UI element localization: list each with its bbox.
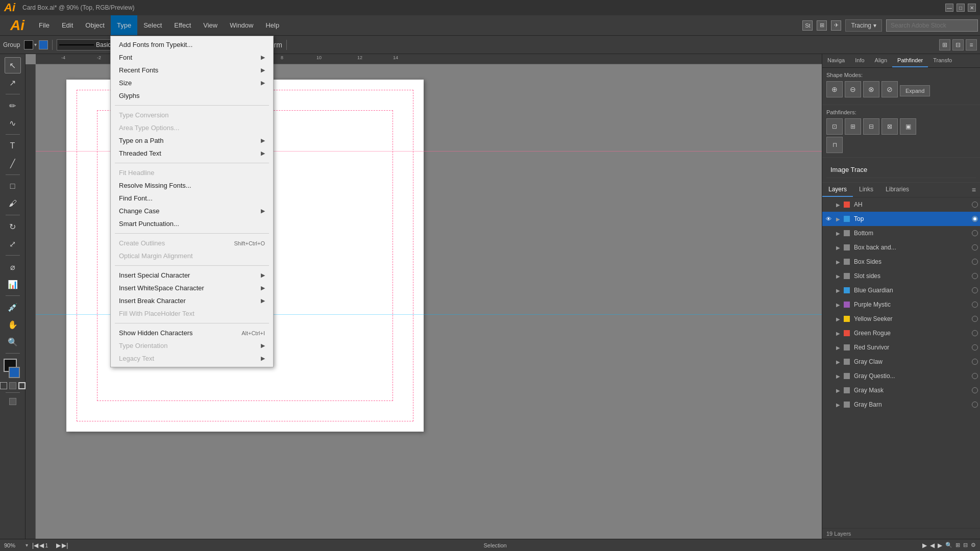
visibility-icon[interactable] bbox=[824, 300, 832, 309]
more-btn[interactable]: ≡ bbox=[966, 39, 977, 51]
background-color[interactable] bbox=[9, 367, 20, 378]
layout-icon[interactable]: ⊞ bbox=[955, 542, 960, 548]
tab-links[interactable]: Links bbox=[853, 183, 879, 197]
visibility-icon[interactable] bbox=[824, 201, 832, 209]
layer-item[interactable]: 👁 ▶ Top bbox=[822, 212, 980, 226]
type-tool[interactable]: T bbox=[5, 138, 21, 154]
menu-add-fonts[interactable]: Add Fonts from Typekit... bbox=[111, 38, 273, 51]
outline-btn[interactable]: ▣ bbox=[900, 118, 916, 135]
quick-actions-icon[interactable]: ✈ bbox=[831, 20, 841, 31]
curvature-tool[interactable]: ∿ bbox=[5, 115, 21, 131]
expand-icon[interactable]: ▶ bbox=[835, 315, 842, 322]
scroll-right-btn[interactable]: ▶ bbox=[938, 542, 942, 549]
unite-btn[interactable]: ⊕ bbox=[826, 81, 843, 97]
search-status-icon[interactable]: 🔍 bbox=[945, 542, 952, 548]
tab-layers[interactable]: Layers bbox=[822, 183, 853, 197]
scroll-left-btn[interactable]: ◀ bbox=[930, 542, 935, 549]
layer-item[interactable]: ▶ AH bbox=[822, 197, 980, 212]
rectangle-tool[interactable]: □ bbox=[5, 178, 21, 194]
visibility-icon[interactable]: 👁 bbox=[824, 215, 832, 223]
fill-dropdown-icon[interactable]: ▾ bbox=[34, 42, 37, 47]
menu-help[interactable]: Help bbox=[259, 15, 285, 35]
menu-threaded-text[interactable]: Threaded Text ▶ bbox=[111, 147, 273, 160]
visibility-icon[interactable] bbox=[824, 272, 832, 280]
layer-item[interactable]: ▶ Gray Questio... bbox=[822, 369, 980, 383]
tab-info[interactable]: Info bbox=[850, 54, 869, 67]
tab-pathfinder[interactable]: Pathfinder bbox=[892, 54, 928, 67]
layer-target[interactable] bbox=[972, 316, 978, 322]
arrange-btn[interactable]: ⊟ bbox=[952, 39, 964, 51]
menu-glyphs[interactable]: Glyphs bbox=[111, 89, 273, 102]
zoom-dropdown[interactable]: ▾ bbox=[26, 542, 28, 548]
minus-back-btn[interactable]: ⊓ bbox=[826, 137, 843, 153]
pen-tool[interactable]: ✏ bbox=[5, 97, 21, 114]
visibility-icon[interactable] bbox=[824, 358, 832, 366]
rotate-tool[interactable]: ↻ bbox=[5, 218, 21, 235]
fill-icon[interactable] bbox=[9, 382, 16, 389]
merge-btn[interactable]: ⊟ bbox=[863, 118, 879, 135]
expand-icon[interactable]: ▶ bbox=[835, 387, 842, 394]
menu-object[interactable]: Object bbox=[79, 15, 111, 35]
menu-edit[interactable]: Edit bbox=[56, 15, 79, 35]
expand-icon[interactable]: ▶ bbox=[835, 372, 842, 380]
visibility-icon[interactable] bbox=[824, 258, 832, 266]
layer-target[interactable] bbox=[972, 344, 978, 350]
layer-target[interactable] bbox=[972, 402, 978, 408]
layer-item[interactable]: ▶ Purple Mystic bbox=[822, 297, 980, 312]
visibility-icon[interactable] bbox=[824, 229, 832, 237]
layer-target[interactable] bbox=[972, 287, 978, 293]
last-page-btn[interactable]: ▶| bbox=[62, 542, 68, 549]
menu-effect[interactable]: Effect bbox=[168, 15, 197, 35]
none-icon[interactable] bbox=[0, 382, 7, 389]
expand-button[interactable]: Expand bbox=[900, 85, 930, 96]
expand-icon[interactable]: ▶ bbox=[835, 272, 842, 280]
zoom-tool[interactable]: 🔍 bbox=[5, 334, 21, 350]
menu-type-on-path[interactable]: Type on a Path ▶ bbox=[111, 134, 273, 147]
expand-icon[interactable]: ▶ bbox=[835, 330, 842, 337]
menu-show-hidden[interactable]: Show Hidden Characters Alt+Ctrl+I bbox=[111, 327, 273, 339]
layer-item[interactable]: ▶ Blue Guardian bbox=[822, 283, 980, 297]
layer-target[interactable] bbox=[972, 259, 978, 265]
menu-type[interactable]: Type bbox=[111, 15, 137, 35]
warp-tool[interactable]: ⌀ bbox=[5, 259, 21, 275]
layer-target[interactable] bbox=[972, 202, 978, 208]
minimize-button[interactable]: — bbox=[945, 4, 953, 12]
menu-resolve-missing[interactable]: Resolve Missing Fonts... bbox=[111, 179, 273, 192]
layer-target[interactable] bbox=[972, 230, 978, 236]
visibility-icon[interactable] bbox=[824, 386, 832, 394]
menu-select[interactable]: Select bbox=[137, 15, 168, 35]
page-input[interactable] bbox=[45, 542, 55, 548]
layer-item[interactable]: ▶ Gray Mask bbox=[822, 383, 980, 397]
tab-libraries[interactable]: Libraries bbox=[879, 183, 915, 197]
play-btn[interactable]: ▶ bbox=[922, 542, 927, 549]
libraries-icon[interactable]: St bbox=[802, 20, 813, 31]
visibility-icon[interactable] bbox=[824, 372, 832, 380]
visibility-icon[interactable] bbox=[824, 315, 832, 323]
select-tool[interactable]: ↖ bbox=[5, 57, 21, 73]
first-page-btn[interactable]: |◀ bbox=[32, 542, 38, 549]
screen-mode-btn[interactable] bbox=[9, 398, 16, 405]
menu-insert-special[interactable]: Insert Special Character ▶ bbox=[111, 269, 273, 282]
layers-options-btn[interactable]: ≡ bbox=[968, 183, 980, 197]
layer-item[interactable]: ▶ Red Survivor bbox=[822, 340, 980, 355]
menu-insert-whitespace[interactable]: Insert WhiteSpace Character ▶ bbox=[111, 282, 273, 294]
menu-file[interactable]: File bbox=[33, 15, 56, 35]
menu-find-font[interactable]: Find Font... bbox=[111, 192, 273, 205]
visibility-icon[interactable] bbox=[824, 343, 832, 352]
fill-color[interactable] bbox=[24, 40, 33, 49]
expand-icon[interactable]: ▶ bbox=[835, 287, 842, 294]
maximize-button[interactable]: □ bbox=[957, 4, 965, 12]
layer-item[interactable]: ▶ Bottom bbox=[822, 226, 980, 240]
layer-target[interactable] bbox=[972, 387, 978, 393]
layer-target[interactable] bbox=[972, 330, 978, 336]
visibility-icon[interactable] bbox=[824, 400, 832, 409]
intersect-btn[interactable]: ⊗ bbox=[863, 81, 879, 97]
layer-item[interactable]: ▶ Gray Claw bbox=[822, 355, 980, 369]
minus-front-btn[interactable]: ⊖ bbox=[845, 81, 861, 97]
zoom-input[interactable] bbox=[4, 542, 24, 548]
visibility-icon[interactable] bbox=[824, 286, 832, 294]
tab-align[interactable]: Align bbox=[870, 54, 892, 67]
grid-icon[interactable]: ⊟ bbox=[963, 542, 968, 548]
settings-icon[interactable]: ⚙ bbox=[971, 542, 976, 548]
layer-item[interactable]: ▶ Gray Barn bbox=[822, 397, 980, 412]
